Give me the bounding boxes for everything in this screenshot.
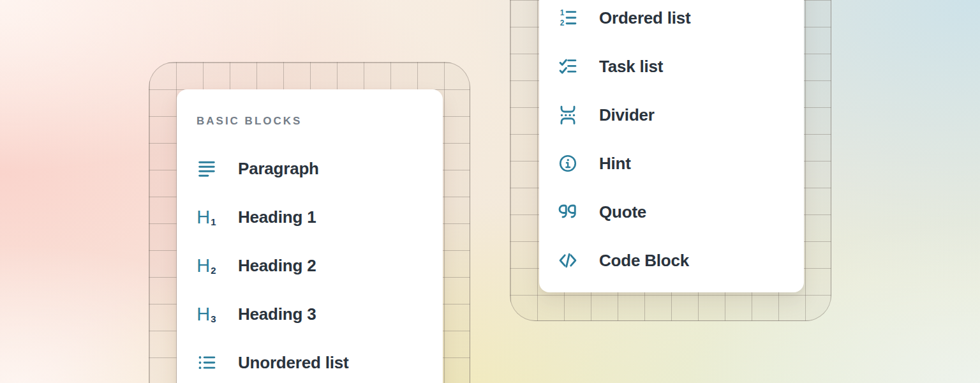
menu-item-label: Heading 2 — [238, 256, 316, 276]
basic-blocks-list: Paragraph H1 Heading 1 H2 Heading 2 H3 H… — [197, 144, 443, 383]
gradient-background — [0, 0, 980, 383]
menu-item-heading-2[interactable]: H2 Heading 2 — [197, 241, 443, 290]
heading-2-icon: H2 — [197, 256, 216, 276]
section-label: BASIC BLOCKS — [197, 115, 443, 128]
basic-blocks-menu: BASIC BLOCKS Paragraph H1 Heading 1 H2 — [177, 89, 443, 383]
blocks-menu-continued: 1 2 Ordered list Task list — [539, 0, 804, 292]
divider-icon — [558, 105, 577, 125]
blocks-list: 1 2 Ordered list Task list — [558, 0, 804, 285]
menu-item-task-list[interactable]: Task list — [558, 42, 804, 91]
heading-1-icon: H1 — [197, 207, 216, 227]
menu-item-label: Divider — [599, 105, 655, 125]
menu-item-paragraph[interactable]: Paragraph — [197, 144, 443, 193]
menu-item-heading-1[interactable]: H1 Heading 1 — [197, 193, 443, 241]
menu-item-label: Heading 1 — [238, 207, 316, 227]
menu-item-quote[interactable]: Quote — [558, 188, 804, 236]
unordered-list-icon — [197, 353, 216, 373]
menu-item-divider[interactable]: Divider — [558, 91, 804, 139]
paragraph-icon — [197, 159, 216, 179]
menu-item-label: Hint — [599, 154, 631, 174]
menu-item-label: Code Block — [599, 251, 689, 271]
hint-icon — [558, 154, 577, 174]
menu-item-hint[interactable]: Hint — [558, 139, 804, 188]
menu-item-unordered-list[interactable]: Unordered list — [197, 338, 443, 383]
ordered-list-icon: 1 2 — [558, 8, 577, 28]
menu-item-label: Task list — [599, 57, 663, 77]
menu-item-label: Quote — [599, 202, 646, 222]
menu-item-label: Ordered list — [599, 8, 691, 28]
quote-icon — [558, 202, 577, 222]
task-list-icon — [558, 57, 577, 77]
menu-item-heading-3[interactable]: H3 Heading 3 — [197, 290, 443, 338]
code-block-icon — [558, 251, 577, 271]
svg-text:1: 1 — [560, 8, 564, 17]
menu-item-label: Heading 3 — [238, 304, 316, 324]
menu-item-ordered-list[interactable]: 1 2 Ordered list — [558, 0, 804, 42]
menu-item-label: Unordered list — [238, 353, 348, 373]
menu-item-code-block[interactable]: Code Block — [558, 236, 804, 285]
heading-3-icon: H3 — [197, 304, 216, 324]
menu-item-label: Paragraph — [238, 159, 319, 179]
svg-text:2: 2 — [560, 19, 564, 27]
